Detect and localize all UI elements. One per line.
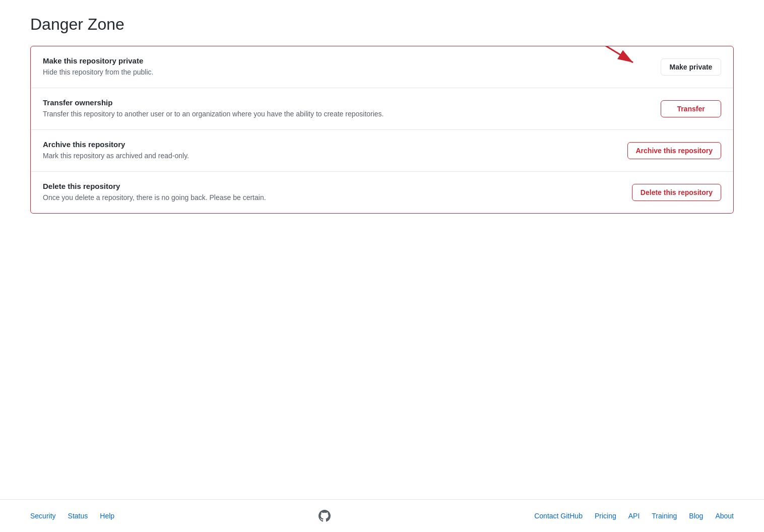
footer-link-help[interactable]: Help [100,512,114,520]
footer-left-links: Security Status Help [30,512,114,520]
footer-link-about[interactable]: About [715,512,734,520]
page-title: Danger Zone [30,15,734,34]
main-content: Danger Zone Make this repository private… [0,0,764,499]
footer-link-training[interactable]: Training [652,512,677,520]
archive-button[interactable]: Archive this repository [627,142,722,159]
footer-center [319,510,331,522]
footer-link-api[interactable]: API [628,512,640,520]
arrow-container: Make private [661,58,721,76]
delete-title: Delete this repository [43,182,620,190]
danger-zone: Make this repository private Hide this r… [30,46,734,214]
transfer-ownership-row: Transfer ownership Transfer this reposit… [31,88,733,130]
make-private-info: Make this repository private Hide this r… [43,56,649,78]
github-logo-icon [319,510,331,522]
archive-info: Archive this repository Mark this reposi… [43,140,615,161]
footer-right-links: Contact GitHub Pricing API Training Blog… [534,512,734,520]
archive-desc: Mark this repository as archived and rea… [43,151,615,161]
transfer-ownership-info: Transfer ownership Transfer this reposit… [43,98,649,119]
transfer-button[interactable]: Transfer [661,100,721,117]
delete-desc: Once you delete a repository, there is n… [43,192,620,203]
footer-link-security[interactable]: Security [30,512,56,520]
footer-link-blog[interactable]: Blog [689,512,703,520]
footer-link-pricing[interactable]: Pricing [595,512,616,520]
make-private-title: Make this repository private [43,56,649,65]
transfer-ownership-title: Transfer ownership [43,98,649,107]
footer: Security Status Help Contact GitHub Pric… [0,499,764,532]
make-private-button[interactable]: Make private [661,58,721,76]
footer-link-status[interactable]: Status [68,512,88,520]
archive-title: Archive this repository [43,140,615,149]
delete-info: Delete this repository Once you delete a… [43,182,620,203]
archive-row: Archive this repository Mark this reposi… [31,130,733,172]
delete-button[interactable]: Delete this repository [632,184,721,201]
make-private-row: Make this repository private Hide this r… [31,46,733,88]
delete-row: Delete this repository Once you delete a… [31,172,733,213]
make-private-desc: Hide this repository from the public. [43,67,649,78]
footer-link-contact-github[interactable]: Contact GitHub [534,512,583,520]
transfer-ownership-desc: Transfer this repository to another user… [43,109,649,119]
